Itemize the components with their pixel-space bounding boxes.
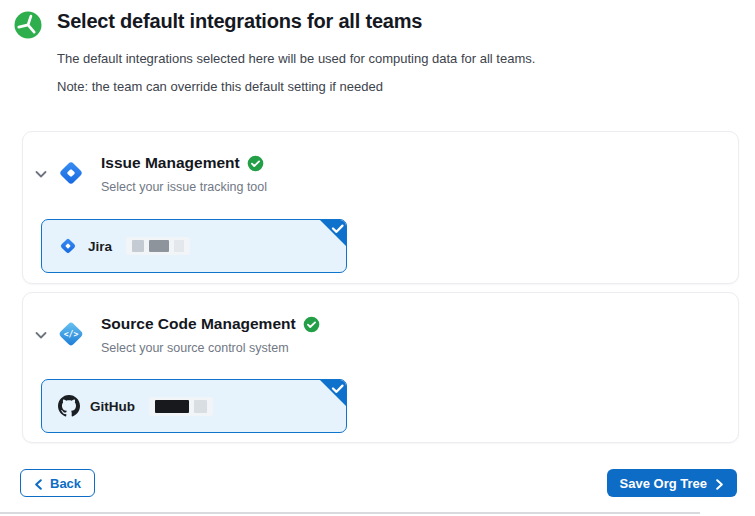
redacted-text <box>149 397 213 416</box>
redacted-text <box>126 237 190 255</box>
back-button-label: Back <box>50 476 81 491</box>
tool-card-github[interactable]: GitHub <box>41 379 347 433</box>
page-title: Select default integrations for all team… <box>57 10 422 33</box>
chevron-down-icon[interactable] <box>33 327 49 343</box>
code-brackets-icon: </> <box>56 319 86 349</box>
chevron-right-icon <box>715 478 724 489</box>
check-circle-icon <box>303 316 320 333</box>
selected-check-icon <box>319 219 347 247</box>
save-org-tree-button[interactable]: Save Org Tree <box>607 469 737 497</box>
section-title: Issue Management <box>101 154 240 172</box>
page-description: The default integrations selected here w… <box>57 51 535 66</box>
tool-card-jira[interactable]: Jira <box>41 219 347 273</box>
chevron-left-icon <box>34 478 43 489</box>
page-note: Note: the team can override this default… <box>57 79 383 94</box>
back-button[interactable]: Back <box>20 469 95 497</box>
selected-check-icon <box>319 379 347 407</box>
section-subtitle: Select your source control system <box>101 341 289 355</box>
chevron-down-icon[interactable] <box>33 166 49 182</box>
save-button-label: Save Org Tree <box>620 476 707 491</box>
jira-icon <box>58 236 78 256</box>
github-icon <box>58 395 80 417</box>
bottom-divider <box>0 512 700 514</box>
tool-label: GitHub <box>90 399 135 414</box>
jira-icon <box>56 158 86 188</box>
section-source-code-management: </> Source Code Management Select your s… <box>22 292 739 443</box>
tool-label: Jira <box>88 239 112 254</box>
section-subtitle: Select your issue tracking tool <box>101 180 267 194</box>
section-issue-management: Issue Management Select your issue track… <box>22 131 739 284</box>
app-logo-icon <box>14 11 42 39</box>
svg-text:</>: </> <box>64 329 79 339</box>
section-title: Source Code Management <box>101 315 296 333</box>
check-circle-icon <box>247 155 264 172</box>
